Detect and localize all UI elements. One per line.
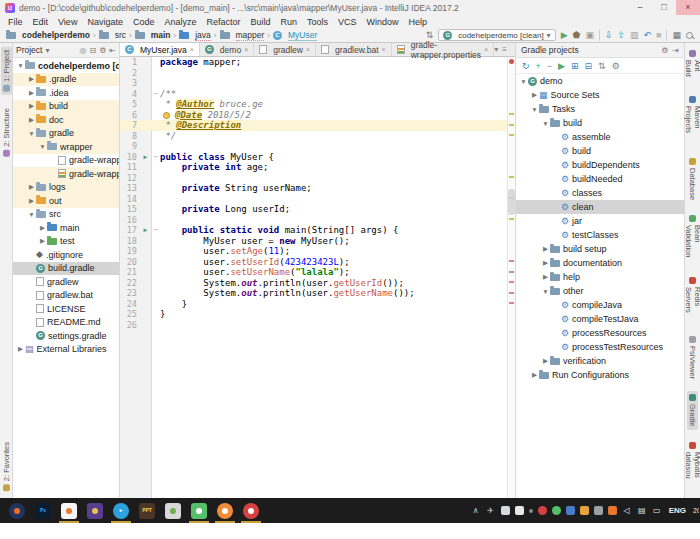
code-line-5[interactable]: 5 * @Author bruce.ge — [120, 99, 515, 110]
project-tree-item-gradlew-bat[interactable]: gradlew.bat — [13, 289, 119, 303]
code-text[interactable]: * @Description — [160, 120, 515, 131]
stop-icon[interactable]: ■ — [656, 29, 661, 42]
tab-close-icon[interactable]: × — [306, 46, 310, 53]
tab-close-icon[interactable]: × — [190, 46, 194, 53]
tab-demo[interactable]: Gdemo× — [200, 43, 254, 56]
code-line-16[interactable]: 16 — [120, 215, 515, 226]
code-line-23[interactable]: 23 System.out.println(user.getUserName()… — [120, 288, 515, 299]
code-line-1[interactable]: 1package mapper; — [120, 57, 515, 68]
firefox-icon[interactable] — [9, 503, 25, 519]
tab-myuser-java[interactable]: CMyUser.java× — [120, 43, 200, 56]
code-text[interactable]: MyUser user = new MyUser(); — [160, 236, 515, 247]
project-tree-item-build-gradle[interactable]: Gbuild.gradle — [13, 262, 119, 276]
fold-icon[interactable]: − — [151, 225, 160, 236]
gradle-tree-item-processtestresources[interactable]: ⚙processTestResources — [516, 340, 684, 354]
project-tree-item-readme-md[interactable]: README.md — [13, 316, 119, 330]
run-gutter-icon[interactable]: ▶ — [140, 152, 151, 163]
warning-stripe-mark[interactable] — [509, 113, 514, 115]
tab-gradlew-bat[interactable]: gradlew.bat× — [316, 43, 392, 56]
code-text[interactable]: user.setAge(11); — [160, 246, 515, 257]
chevron-expanded-icon[interactable]: ▼ — [16, 62, 25, 69]
photoshop-icon[interactable]: Ps — [35, 503, 51, 519]
chevron-collapsed-icon[interactable]: ▶ — [27, 197, 36, 205]
code-text[interactable] — [160, 68, 515, 79]
code-text[interactable]: user.setUserName("lalala"); — [160, 267, 515, 278]
red-tray-icon[interactable] — [538, 506, 547, 515]
wechat-tray-icon[interactable] — [552, 506, 561, 515]
attach-project-icon[interactable]: + — [536, 61, 541, 71]
menu-window[interactable]: Window — [362, 17, 404, 27]
intention-bulb-icon[interactable] — [163, 112, 170, 119]
code-text[interactable] — [160, 320, 515, 331]
menu-run[interactable]: Run — [276, 17, 303, 27]
run-gutter-icon[interactable]: ▶ — [140, 225, 151, 236]
toolwindow-button-database[interactable]: Database — [687, 155, 698, 203]
taskbar-clock[interactable]: 20 — [693, 507, 699, 514]
gradle-tree-item-build-setup[interactable]: ▶build setup — [516, 242, 684, 256]
project-tree-item-gradle-wrapper-jar[interactable]: gradle-wrapper.jar — [13, 154, 119, 168]
project-panel-title[interactable]: Project — [16, 45, 42, 55]
project-tree-item-test[interactable]: ▶test — [13, 235, 119, 249]
code-line-19[interactable]: 19 user.setAge(11); — [120, 246, 515, 257]
code-line-21[interactable]: 21 user.setUserName("lalala"); — [120, 267, 515, 278]
code-line-11[interactable]: 11 private int age; — [120, 162, 515, 173]
gradle-tree-item-buildneeded[interactable]: ⚙buildNeeded — [516, 172, 684, 186]
tab-close-icon[interactable]: × — [244, 46, 248, 53]
hide-panel-icon[interactable]: ⇤ — [109, 46, 116, 55]
chevron-collapsed-icon[interactable]: ▶ — [530, 371, 539, 379]
commit-changes-icon[interactable]: ⇧ — [617, 29, 625, 42]
code-line-14[interactable]: 14 — [120, 194, 515, 205]
blue-doc-icon[interactable] — [566, 506, 575, 515]
project-tree-item-gitignore[interactable]: ◆.gitignore — [13, 248, 119, 262]
code-text[interactable]: * @Author bruce.ge — [160, 99, 515, 110]
revert-icon[interactable]: ↶ — [644, 29, 652, 42]
code-text[interactable] — [160, 194, 515, 205]
project-tree-item-gradle[interactable]: ▶.gradle — [13, 73, 119, 87]
toolwindow-button-1-project[interactable]: 1: Project — [1, 47, 12, 95]
breadcrumb-mapper[interactable]: mapper — [220, 30, 265, 41]
tab-close-icon[interactable]: × — [382, 46, 386, 53]
chevron-collapsed-icon[interactable]: ▶ — [16, 345, 25, 353]
chevron-expanded-icon[interactable]: ▼ — [38, 143, 47, 150]
split-editor-icon[interactable]: ≡ — [502, 45, 507, 54]
gradle-tree-item-source-sets[interactable]: ▶▦Source Sets — [516, 88, 684, 102]
code-text[interactable]: } — [160, 299, 515, 310]
toolwindow-button-2-structure[interactable]: 2: Structure — [1, 105, 12, 160]
error-stripe-mark[interactable] — [509, 271, 514, 273]
gradle-tree-item-tasks[interactable]: ▼Tasks — [516, 102, 684, 116]
chevron-collapsed-icon[interactable]: ▶ — [541, 245, 550, 253]
gear-icon[interactable]: ⚙ — [99, 46, 106, 55]
gradle-tree-item-build[interactable]: ⚙build — [516, 144, 684, 158]
star-app-icon[interactable] — [87, 503, 103, 519]
project-tree-item-gradle-wrapper-properties[interactable]: gradle-wrapper.properties — [13, 167, 119, 181]
code-text[interactable] — [160, 215, 515, 226]
tabs-list-icon[interactable]: ▾ — [494, 45, 498, 54]
warning-stripe-mark[interactable] — [509, 218, 514, 220]
chevron-collapsed-icon[interactable]: ▶ — [38, 237, 47, 245]
code-line-12[interactable]: 12 — [120, 173, 515, 184]
gradle-tree-item-run-configurations[interactable]: ▶Run Configurations — [516, 368, 684, 382]
code-text[interactable] — [160, 173, 515, 184]
project-tree-item-main[interactable]: ▶main — [13, 221, 119, 235]
code-text[interactable]: } — [160, 309, 515, 320]
gradle-settings-icon[interactable]: ⚙ — [612, 61, 620, 71]
tab-gradle-wrapper-properties[interactable]: gradle-wrapper.properties× — [392, 43, 494, 56]
maximize-button[interactable]: □ — [652, 0, 676, 15]
gradle-tree-item-processresources[interactable]: ⚙processResources — [516, 326, 684, 340]
scrollbar-thumb[interactable] — [508, 189, 515, 215]
gear-icon[interactable]: ⚙ — [661, 46, 668, 55]
gradle-tree-item-build[interactable]: ▼build — [516, 116, 684, 130]
project-tree-item-external-libraries[interactable]: ▶▤External Libraries — [13, 343, 119, 357]
code-line-25[interactable]: 25} — [120, 309, 515, 320]
project-tree-item-gradle[interactable]: ▼gradle — [13, 127, 119, 141]
gradle-tree-item-verification[interactable]: ▶verification — [516, 354, 684, 368]
orange-tray-doc-icon[interactable] — [608, 506, 617, 515]
code-line-4[interactable]: 4−/** — [120, 89, 515, 100]
code-text[interactable]: public class MyUser { — [160, 152, 515, 163]
code-text[interactable]: @Date 2018/5/2 — [160, 110, 515, 121]
menu-build[interactable]: Build — [245, 17, 275, 27]
code-line-3[interactable]: 3 — [120, 78, 515, 89]
gradle-tree-item-compilejava[interactable]: ⚙compileJava — [516, 298, 684, 312]
chevron-collapsed-icon[interactable]: ▶ — [27, 116, 36, 124]
code-text[interactable] — [160, 78, 515, 89]
